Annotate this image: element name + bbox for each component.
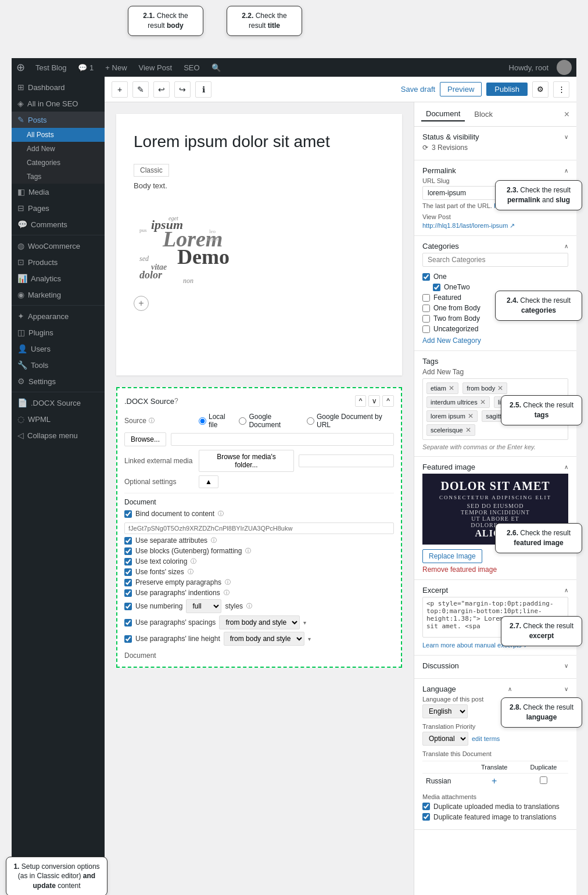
body-text[interactable]: Body text. [134, 181, 385, 190]
publish-button[interactable]: Publish [486, 83, 528, 96]
bind-doc-checkbox[interactable] [124, 510, 132, 518]
category-one-checkbox[interactable] [422, 273, 430, 281]
use-para-indent-checkbox[interactable] [124, 589, 132, 597]
duplicate-russian-checkbox[interactable] [540, 776, 547, 784]
view-post-url[interactable]: http://hlq1.81/last/lorem-ipsum ↗ [422, 222, 515, 229]
replace-image-button[interactable]: Replace Image [422, 549, 482, 563]
docx-file-input[interactable] [171, 433, 394, 446]
sidebar-item-tags[interactable]: Tags [12, 170, 105, 184]
use-separate-checkbox[interactable] [124, 537, 132, 545]
use-numbering-checkbox[interactable] [124, 603, 132, 610]
admin-bar-search[interactable]: 🔍 [208, 63, 224, 72]
post-title[interactable]: Lorem ipsum dolor sit amet [134, 131, 385, 152]
panel-close-button[interactable]: × [564, 109, 569, 120]
tag-etiam-remove[interactable]: ✕ [449, 384, 454, 392]
sidebar-item-comments[interactable]: 💬 Comments [12, 216, 105, 232]
language-select[interactable]: English Russian [422, 704, 468, 718]
sidebar-item-pages[interactable]: ⊟ Pages [12, 200, 105, 216]
sidebar-item-seo[interactable]: ◈ All in One SEO [12, 95, 105, 112]
site-name[interactable]: Test Blog [32, 63, 70, 72]
tags-header[interactable]: Tags [422, 357, 568, 366]
translate-russian-button[interactable]: + [492, 776, 497, 786]
revisions-text[interactable]: 3 Revisions [432, 144, 468, 152]
sidebar-item-posts[interactable]: ✎ Posts [12, 112, 105, 128]
sidebar-item-marketing[interactable]: ◉ Marketing [12, 287, 105, 303]
sidebar-item-woo[interactable]: ◍ WooCommerce [12, 238, 105, 254]
sidebar-item-appearance[interactable]: ✦ Appearance [12, 308, 105, 324]
category-featured-checkbox[interactable] [422, 294, 430, 302]
sidebar-item-media[interactable]: ◧ Media [12, 184, 105, 200]
add-block-icon[interactable]: + [134, 296, 149, 311]
use-para-spacings-checkbox[interactable] [124, 619, 132, 627]
tab-block[interactable]: Block [469, 108, 497, 121]
sidebar-item-analytics[interactable]: 📊 Analytics [12, 270, 105, 287]
docx-google-radio[interactable]: Google Document [239, 413, 302, 429]
sidebar-item-products[interactable]: ⊡ Products [12, 254, 105, 270]
excerpt-header[interactable]: Excerpt ∧ [422, 586, 568, 595]
sidebar-item-docx[interactable]: 📄 .DOCX Source [12, 395, 105, 411]
docx-browse-button[interactable]: Browse... [124, 432, 166, 446]
settings-button[interactable]: ⚙ [532, 81, 548, 98]
category-onetwo-checkbox[interactable] [433, 284, 440, 291]
use-text-color-checkbox[interactable] [124, 558, 132, 565]
save-draft-button[interactable]: Save draft [401, 85, 435, 94]
use-blocks-checkbox[interactable] [124, 547, 132, 555]
dup-media-checkbox[interactable] [422, 803, 430, 810]
docx-local-radio[interactable]: Local file [199, 413, 234, 429]
optional-settings-btn[interactable]: ▲ [199, 475, 218, 488]
categories-header[interactable]: Categories ∧ [422, 242, 568, 250]
dup-featured-checkbox[interactable] [422, 813, 430, 821]
admin-bar-seo[interactable]: SEO [180, 63, 203, 72]
local-file-radio[interactable] [199, 417, 206, 425]
more-options-button[interactable]: ⋮ [553, 81, 569, 98]
info-button[interactable]: ℹ [195, 81, 211, 98]
tag-interdum-remove[interactable]: ✕ [480, 398, 486, 406]
undo-button[interactable]: ↩ [153, 81, 170, 98]
featured-image-header[interactable]: Featured image ∧ [422, 463, 568, 471]
tag-scelerisque-remove[interactable]: ✕ [465, 426, 471, 434]
sidebar-item-categories[interactable]: Categories [12, 156, 105, 170]
edit-button[interactable]: ✎ [132, 81, 149, 98]
preview-button[interactable]: Preview [440, 82, 482, 96]
add-block-button[interactable]: + [112, 81, 128, 98]
category-one-from-body-checkbox[interactable] [422, 305, 430, 312]
sidebar-item-dashboard[interactable]: ⊞ Dashboard [12, 79, 105, 95]
priority-select[interactable]: Optional High [422, 732, 468, 746]
edit-terms-link[interactable]: edit terms [472, 735, 500, 742]
sidebar-item-all-posts[interactable]: All Posts [12, 128, 105, 142]
search-categories-input[interactable] [422, 253, 568, 267]
para-line-height-select[interactable]: from body and style [224, 632, 304, 646]
google-doc-radio[interactable] [239, 417, 246, 425]
sidebar-item-add-new[interactable]: Add New [12, 142, 105, 156]
sidebar-item-settings[interactable]: ⚙ Settings [12, 373, 105, 389]
docx-down-btn[interactable]: v [368, 395, 380, 407]
media-folder-input[interactable] [299, 454, 394, 467]
use-fonts-checkbox[interactable] [124, 568, 132, 576]
permalink-header[interactable]: Permalink ∧ [422, 166, 568, 175]
docx-close-btn[interactable]: ^ [382, 395, 394, 407]
status-visibility-header[interactable]: Status & visibility ∨ [422, 133, 568, 141]
discussion-header[interactable]: Discussion ∨ [422, 661, 568, 670]
sidebar-item-collapse[interactable]: ◁ Collapse menu [12, 427, 105, 443]
admin-bar-view[interactable]: View Post [135, 63, 176, 72]
docx-help-icon[interactable]: ? [174, 397, 178, 405]
sidebar-item-tools[interactable]: 🔧 Tools [12, 357, 105, 373]
tag-from-body-remove[interactable]: ✕ [497, 384, 503, 392]
para-spacings-select[interactable]: from body and style [219, 615, 300, 629]
tab-document[interactable]: Document [421, 107, 465, 121]
language-header[interactable]: Language ∧ ∨ [422, 685, 568, 693]
admin-bar-new[interactable]: + New [102, 63, 130, 72]
category-two-from-body-checkbox[interactable] [422, 315, 430, 323]
preserve-empty-checkbox[interactable] [124, 579, 132, 586]
tag-lorem-ipsum-remove[interactable]: ✕ [468, 412, 474, 420]
sidebar-item-users[interactable]: 👤 Users [12, 341, 105, 357]
sidebar-item-plugins[interactable]: ◫ Plugins [12, 324, 105, 341]
docx-doc-id-input[interactable] [124, 522, 394, 534]
browse-media-button[interactable]: Browse for media's folder... [199, 450, 294, 472]
use-para-line-height-checkbox[interactable] [124, 635, 132, 643]
add-category-link[interactable]: Add New Category [422, 336, 568, 345]
remove-image-link[interactable]: Remove featured image [422, 565, 568, 574]
google-doc-url-radio[interactable] [307, 417, 314, 425]
sidebar-item-wpml[interactable]: ◌ WPML [12, 411, 105, 427]
redo-button[interactable]: ↪ [174, 81, 191, 98]
